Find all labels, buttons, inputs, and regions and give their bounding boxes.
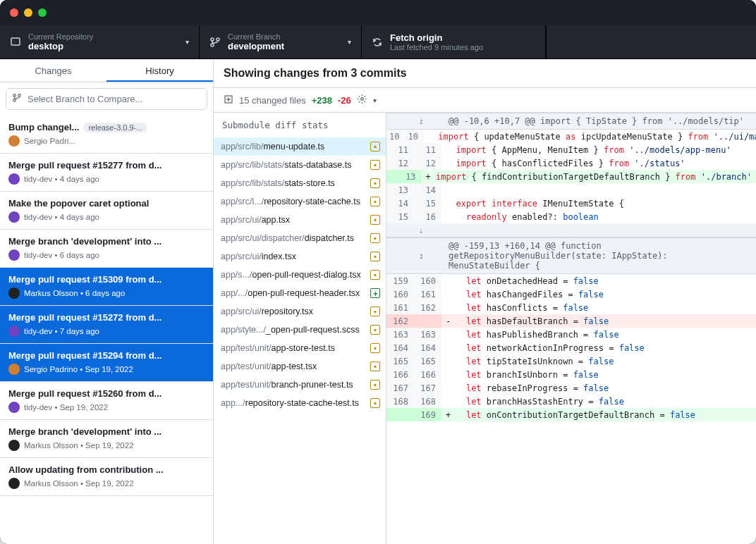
compare-branch-input[interactable]: Select Branch to Compare... xyxy=(6,88,207,110)
avatar xyxy=(8,249,20,261)
file-path: app/test/unit/branch-pruner-test.ts xyxy=(221,380,366,390)
commit-meta: Markus Olsson • Sep 19, 2022 xyxy=(8,440,205,451)
commit-meta: Sergio Padrino • Sep 19, 2022 xyxy=(8,364,205,375)
expand-up-icon[interactable]: ↥ xyxy=(394,116,449,126)
modified-icon: • xyxy=(370,307,380,316)
commit-title: Allow updating from contribution ... xyxy=(8,464,164,475)
file-item[interactable]: app/.../open-pull-request-header.tsx＋ xyxy=(214,284,386,302)
minimize-window-icon[interactable] xyxy=(24,8,32,17)
file-item[interactable]: app/s.../open-pull-request-dialog.tsx• xyxy=(214,266,386,284)
file-path: app/src/ui/app.tsx xyxy=(221,215,366,225)
commit-title: Merge pull request #15309 from d... xyxy=(8,274,161,285)
file-item[interactable]: app.../repository-state-cache-test.ts• xyxy=(214,394,386,412)
commit-item[interactable]: Merge pull request #15260 from d...tidy-… xyxy=(0,382,213,420)
svg-point-10 xyxy=(360,98,363,101)
repo-picker[interactable]: Current Repository desktop ▾ xyxy=(0,25,200,58)
hunk-header[interactable]: ↥ @@ -10,6 +10,7 @@ import { TipState } … xyxy=(386,113,756,130)
avatar xyxy=(8,211,20,223)
changed-files-list[interactable]: Submodule diff stats app/src/lib/menu-up… xyxy=(214,113,386,544)
tab-changes[interactable]: Changes xyxy=(0,59,106,82)
file-item[interactable]: app/src/lib/stats/stats-database.ts• xyxy=(214,156,386,174)
maximize-window-icon[interactable] xyxy=(38,8,47,17)
additions-count: +238 xyxy=(312,95,332,106)
diff-view[interactable]: ↥ @@ -10,6 +10,7 @@ import { TipState } … xyxy=(386,113,756,544)
file-item[interactable]: app/src/lib/menu-update.ts• xyxy=(214,137,386,156)
file-item[interactable]: app/src/ui/app.tsx• xyxy=(214,211,386,229)
svg-point-3 xyxy=(217,38,219,41)
file-item[interactable]: app/test/unit/app-store-test.ts• xyxy=(214,339,386,357)
commit-meta: tidy-dev • 4 days ago xyxy=(8,211,205,223)
commit-item[interactable]: Merge pull request #15309 from d...Marku… xyxy=(0,268,213,306)
file-path: app/src/lib/stats/stats-store.ts xyxy=(221,178,366,188)
expand-up-icon[interactable]: ↥ xyxy=(394,251,449,261)
commit-title: Merge pull request #15277 from d... xyxy=(8,160,161,171)
file-path: app/style.../_open-pull-request.scss xyxy=(221,325,366,335)
commit-meta: tidy-dev • 6 days ago xyxy=(8,249,205,261)
modified-icon: • xyxy=(370,178,380,188)
commit-item[interactable]: Make the popover caret optionaltidy-dev … xyxy=(0,192,213,230)
commit-item[interactable]: Bump changel...release-3.0.9-...Sergio P… xyxy=(0,116,213,154)
submodule-stats: Submodule diff stats xyxy=(214,113,386,137)
repo-label: Current Repository xyxy=(28,32,93,41)
diff-line: 169+ let onContributionTargetDefaultBran… xyxy=(386,408,756,421)
diff-line: 1010 import { updateMenuState as ipcUpda… xyxy=(386,130,756,143)
file-item[interactable]: app/src/l.../repository-state-cache.ts• xyxy=(214,192,386,211)
commit-title: Make the popover caret optional xyxy=(8,198,149,209)
diff-line: 162- let hasDefaultBranch = false xyxy=(386,314,756,328)
commit-title: Merge pull request #15260 from d... xyxy=(8,388,161,399)
modified-icon: • xyxy=(370,197,380,206)
file-path: app.../repository-state-cache-test.ts xyxy=(221,398,366,408)
svg-point-4 xyxy=(13,94,16,97)
avatar xyxy=(8,288,20,299)
chevron-down-icon: ▾ xyxy=(348,38,351,46)
diff-line: 166166 let branchIsUnborn = false xyxy=(386,368,756,381)
sync-icon xyxy=(372,37,383,48)
avatar xyxy=(8,364,20,375)
file-path: app/s.../open-pull-request-dialog.tsx xyxy=(221,270,366,280)
commit-title: Merge pull request #15272 from d... xyxy=(8,312,161,323)
modified-icon: • xyxy=(370,270,380,280)
branch-icon xyxy=(209,37,221,48)
file-item[interactable]: app/src/ui/repository.tsx• xyxy=(214,302,386,321)
commit-item[interactable]: Merge pull request #15277 from d...tidy-… xyxy=(0,154,213,192)
file-path: app/.../open-pull-request-header.tsx xyxy=(221,288,366,298)
fetch-button[interactable]: Fetch origin Last fetched 9 minutes ago xyxy=(362,25,546,58)
modified-icon: • xyxy=(370,398,380,408)
close-window-icon[interactable] xyxy=(10,8,18,17)
modified-icon: • xyxy=(370,325,380,335)
file-item[interactable]: app/test/unit/app-test.tsx• xyxy=(214,357,386,376)
gear-icon[interactable] xyxy=(357,94,367,106)
compare-placeholder: Select Branch to Compare... xyxy=(28,94,142,104)
commit-title: Merge branch 'development' into ... xyxy=(8,236,161,247)
history-sidebar: Changes History Select Branch to Compare… xyxy=(0,59,214,544)
modified-icon: • xyxy=(370,361,380,371)
avatar xyxy=(8,173,20,185)
avatar xyxy=(8,478,20,489)
tab-history[interactable]: History xyxy=(106,59,213,82)
commit-title: Bump changel... xyxy=(8,122,79,132)
file-item[interactable]: app/src/ui/dispatcher/dispatcher.ts• xyxy=(214,229,386,247)
fetch-label: Fetch origin xyxy=(390,32,483,43)
file-item[interactable]: app/src/ui/index.tsx• xyxy=(214,247,386,266)
commit-item[interactable]: Merge pull request #15294 from d...Sergi… xyxy=(0,344,213,382)
chevron-down-icon[interactable]: ▾ xyxy=(373,97,377,104)
diff-line: 1516 readonly enabled?: boolean xyxy=(386,210,756,223)
branch-picker[interactable]: Current Branch development ▾ xyxy=(200,25,362,58)
avatar xyxy=(8,440,20,451)
svg-rect-0 xyxy=(11,38,20,45)
commit-list[interactable]: Bump changel...release-3.0.9-...Sergio P… xyxy=(0,116,213,544)
hunk-expand[interactable]: ⇣ xyxy=(386,223,756,237)
expand-icon[interactable] xyxy=(224,94,233,106)
commit-item[interactable]: Merge branch 'development' into ...Marku… xyxy=(0,420,213,458)
svg-point-5 xyxy=(13,99,16,102)
file-item[interactable]: app/style.../_open-pull-request.scss• xyxy=(214,321,386,339)
deletions-count: -26 xyxy=(338,95,351,106)
commit-item[interactable]: Merge branch 'development' into ...tidy-… xyxy=(0,230,213,268)
commit-item[interactable]: Merge pull request #15272 from d...tidy-… xyxy=(0,306,213,344)
file-item[interactable]: app/test/unit/branch-pruner-test.ts• xyxy=(214,376,386,394)
modified-icon: • xyxy=(370,142,380,152)
hunk-header[interactable]: ↥ @@ -159,13 +160,14 @@ function getRepo… xyxy=(386,237,756,274)
commit-item[interactable]: Allow updating from contribution ...Mark… xyxy=(0,458,213,496)
branch-icon xyxy=(12,93,22,105)
file-item[interactable]: app/src/lib/stats/stats-store.ts• xyxy=(214,174,386,192)
